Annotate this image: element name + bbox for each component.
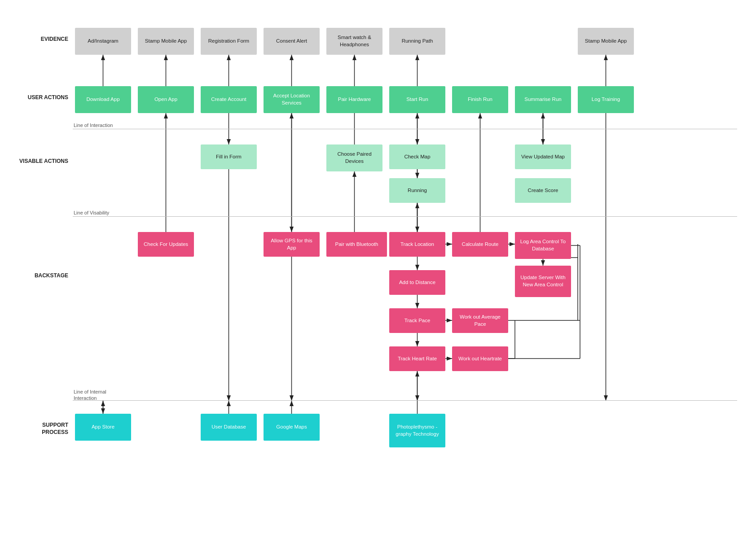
box-check-for-updates: Check For Updates [138, 232, 194, 257]
box-track-heart-rate: Track Heart Rate [389, 346, 445, 371]
label-backstage: BACKSTAGE [19, 272, 68, 280]
box-registration-form: Registration Form [201, 28, 257, 55]
line-of-internal-interaction-label: Line of InternalInteraction [74, 389, 106, 402]
box-create-score: Create Score [515, 178, 571, 203]
box-check-map: Check Map [389, 144, 445, 169]
box-download-app: Download App [75, 86, 131, 113]
box-running-path: Running Path [389, 28, 445, 55]
label-evidence: EVIDENCE [19, 36, 68, 43]
box-view-updated-map: View Updated Map [515, 144, 571, 169]
box-log-training: Log Training [578, 86, 634, 113]
box-stamp-mobile-app: Stamp Mobile App [138, 28, 194, 55]
box-stamp-mobile-app: Stamp Mobile App [578, 28, 634, 55]
line-of-interaction-label: Line of Interaction [74, 123, 113, 128]
box-pair-hardware: Pair Hardware [326, 86, 382, 113]
box-app-store: App Store [75, 414, 131, 441]
label-user-actions: USER ACTIONS [19, 94, 68, 101]
box-choose-paired-devices: Choose Paired Devices [326, 144, 382, 171]
label-visable-actions: VISABLE ACTIONS [19, 158, 68, 165]
page-title [0, 0, 756, 14]
box-running: Running [389, 178, 445, 203]
box-add-to-distance: Add to Distance [389, 270, 445, 295]
box-photoplethysmo--graphy-technology: Photoplethysmo -graphy Technology [389, 414, 445, 447]
box-open-app: Open App [138, 86, 194, 113]
box-user-database: User Database [201, 414, 257, 441]
box-track-pace: Track Pace [389, 308, 445, 333]
box-google-maps: Google Maps [264, 414, 320, 441]
box-summarise-run: Summarise Run [515, 86, 571, 113]
box-finish-run: Finish Run [452, 86, 508, 113]
box-consent-alert: Consent Alert [264, 28, 320, 55]
box-start-run: Start Run [389, 86, 445, 113]
box-log-area-control-to-database: Log Area Control To Database [515, 232, 571, 259]
box-fill-in-form: Fill in Form [201, 144, 257, 169]
label-support-process: SUPPORT PROCESS [19, 422, 68, 436]
box-allow-gps-for-this-app: Allow GPS for this App [264, 232, 320, 257]
box-create-account: Create Account [201, 86, 257, 113]
box-ad/instagram: Ad/Instagram [75, 28, 131, 55]
box-update-server-with-new-area-control: Update Server With New Area Control [515, 266, 571, 297]
box-track-location: Track Location [389, 232, 445, 257]
box-accept-location-services: Accept Location Services [264, 86, 320, 113]
box-work-out-heartrate: Work out Heartrate [452, 346, 508, 371]
box-calculate-route: Calculate Route [452, 232, 508, 257]
box-smart-watch-&-headphones: Smart watch & Headphones [326, 28, 382, 55]
box-pair-with-bluetooth: Pair with Bluetooth [326, 232, 387, 257]
line-of-visibility-label: Line of Visability [74, 210, 109, 215]
box-work-out-average-pace: Work out Average Pace [452, 308, 508, 333]
